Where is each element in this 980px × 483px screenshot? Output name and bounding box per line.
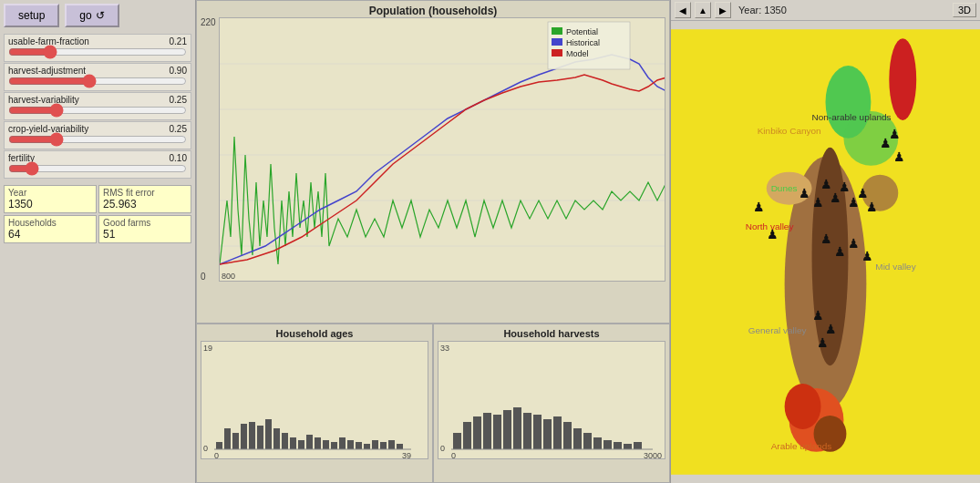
slider-input-crop-yield-variability[interactable] bbox=[8, 134, 187, 145]
btn-3d[interactable]: 3D bbox=[953, 3, 976, 17]
svg-text:♟: ♟ bbox=[866, 200, 878, 214]
north-valley-label: North valley bbox=[746, 221, 794, 231]
slider-usable-farm-fraction: usable-farm-fraction 0.21 bbox=[4, 34, 191, 62]
svg-rect-37 bbox=[372, 440, 378, 449]
svg-rect-63 bbox=[624, 444, 632, 449]
slider-input-fertility[interactable] bbox=[8, 163, 187, 174]
svg-rect-21 bbox=[241, 424, 247, 449]
go-refresh-icon: ↺ bbox=[96, 9, 105, 22]
slider-fertility: fertility 0.10 bbox=[4, 150, 191, 179]
general-valley-label: General valley bbox=[748, 325, 807, 335]
svg-text:♟: ♟ bbox=[893, 149, 905, 164]
setup-button[interactable]: setup bbox=[4, 4, 59, 27]
svg-rect-25 bbox=[273, 428, 280, 449]
map-up-btn[interactable]: ▲ bbox=[695, 2, 711, 18]
svg-rect-40 bbox=[397, 444, 403, 449]
svg-rect-23 bbox=[257, 426, 263, 449]
household-ages-title: Household ages bbox=[201, 328, 428, 339]
household-ages-svg: 19 0 0 39 bbox=[201, 341, 428, 459]
stat-rms-value: 25.963 bbox=[103, 198, 187, 211]
svg-text:Historical: Historical bbox=[566, 38, 600, 47]
main-chart-panel: Population (households) 220 0 bbox=[196, 0, 670, 324]
map-right-btn[interactable]: ▶ bbox=[715, 2, 731, 18]
svg-rect-52 bbox=[513, 407, 521, 449]
middle-panel: Population (households) 220 0 bbox=[196, 0, 670, 483]
svg-text:Potential: Potential bbox=[566, 27, 598, 36]
stat-year-value: 1350 bbox=[8, 198, 92, 211]
svg-rect-34 bbox=[347, 440, 354, 449]
svg-point-74 bbox=[889, 38, 916, 120]
svg-text:♟: ♟ bbox=[799, 186, 810, 200]
map-year-label: Year: 1350 bbox=[738, 5, 787, 15]
svg-text:♟: ♟ bbox=[812, 308, 824, 323]
svg-rect-49 bbox=[483, 413, 491, 449]
slider-harvest-variability: harvest-variability 0.25 bbox=[4, 92, 191, 120]
svg-rect-6 bbox=[552, 27, 562, 35]
stat-rms-label: RMS fit error bbox=[103, 188, 187, 198]
svg-rect-54 bbox=[533, 415, 542, 449]
svg-rect-33 bbox=[339, 437, 346, 449]
stats-grid: Year 1350 RMS fit error 25.963 Household… bbox=[4, 185, 191, 243]
y-min-label: 0 bbox=[201, 272, 206, 282]
arable-uplands-label: Arable uplands bbox=[771, 441, 832, 451]
svg-text:♟: ♟ bbox=[857, 186, 869, 200]
household-harvests-title: Household harvests bbox=[438, 328, 665, 339]
stat-households-label: Households bbox=[8, 218, 92, 228]
svg-text:800: 800 bbox=[222, 272, 235, 281]
svg-rect-62 bbox=[614, 442, 622, 449]
household-harvests-svg: 33 0 0 3000 bbox=[438, 341, 665, 459]
household-ages-panel: Household ages 19 0 0 39 bbox=[196, 324, 433, 483]
svg-text:0: 0 bbox=[214, 451, 219, 459]
svg-rect-59 bbox=[583, 433, 592, 449]
svg-rect-55 bbox=[543, 419, 552, 449]
svg-text:♟: ♟ bbox=[839, 180, 851, 194]
svg-text:♟: ♟ bbox=[848, 236, 860, 251]
stat-year: Year 1350 bbox=[4, 185, 97, 213]
stat-households: Households 64 bbox=[4, 215, 97, 243]
slider-input-usable-farm-fraction[interactable] bbox=[8, 46, 187, 57]
svg-text:♟: ♟ bbox=[821, 177, 833, 191]
svg-rect-48 bbox=[473, 416, 481, 449]
go-button[interactable]: go ↺ bbox=[65, 4, 119, 27]
household-harvests-panel: Household harvests 33 0 0 3000 bbox=[433, 324, 670, 483]
button-row: setup go ↺ bbox=[4, 4, 191, 27]
svg-rect-29 bbox=[306, 435, 313, 449]
svg-rect-58 bbox=[573, 428, 582, 449]
svg-text:♟: ♟ bbox=[821, 231, 833, 246]
y-max-label: 220 bbox=[201, 17, 216, 27]
stat-good-farms: Good farms 51 bbox=[98, 215, 191, 243]
stat-households-value: 64 bbox=[8, 228, 92, 241]
svg-text:19: 19 bbox=[203, 344, 212, 353]
svg-rect-60 bbox=[593, 437, 602, 449]
svg-point-71 bbox=[785, 384, 821, 429]
svg-text:♟: ♟ bbox=[861, 249, 873, 263]
svg-text:0: 0 bbox=[451, 451, 456, 459]
stat-rms: RMS fit error 25.963 bbox=[98, 185, 191, 213]
main-chart-title: Population (households) bbox=[201, 5, 665, 17]
svg-rect-30 bbox=[315, 437, 321, 449]
stat-good-farms-label: Good farms bbox=[103, 218, 187, 228]
slider-input-harvest-adjustment[interactable] bbox=[8, 76, 187, 87]
slider-input-harvest-variability[interactable] bbox=[8, 105, 187, 116]
svg-text:♟: ♟ bbox=[826, 322, 838, 336]
svg-rect-26 bbox=[282, 433, 288, 449]
svg-rect-61 bbox=[603, 440, 612, 449]
svg-text:0: 0 bbox=[440, 444, 445, 453]
svg-rect-31 bbox=[323, 440, 329, 449]
svg-rect-35 bbox=[356, 442, 362, 449]
svg-rect-18 bbox=[216, 442, 222, 449]
dunes-label: Dunes bbox=[771, 183, 798, 193]
map-left-btn[interactable]: ◀ bbox=[675, 2, 691, 18]
bottom-charts: Household ages 19 0 0 39 bbox=[196, 324, 670, 483]
svg-rect-64 bbox=[634, 442, 642, 449]
svg-rect-22 bbox=[249, 422, 255, 449]
svg-text:0: 0 bbox=[203, 444, 208, 453]
go-label: go bbox=[79, 9, 91, 22]
left-panel: setup go ↺ usable-farm-fraction 0.21 har… bbox=[0, 0, 196, 483]
svg-text:33: 33 bbox=[440, 344, 449, 353]
stat-year-label: Year bbox=[8, 188, 92, 198]
svg-rect-36 bbox=[364, 444, 370, 449]
slider-harvest-adjustment: harvest-adjustment 0.90 bbox=[4, 63, 191, 91]
svg-rect-32 bbox=[331, 442, 337, 449]
svg-rect-19 bbox=[224, 428, 231, 449]
